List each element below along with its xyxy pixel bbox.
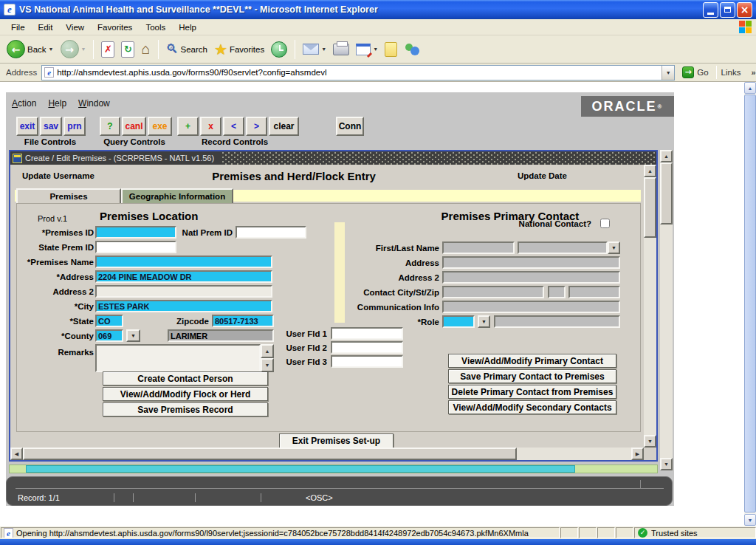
exit-premises-setup-button[interactable]: Exit Premises Set-up (279, 433, 394, 448)
create-contact-person-button[interactable]: Create Contact Person (103, 371, 268, 385)
exit-button[interactable]: exit (16, 117, 38, 136)
state-prem-id-field[interactable] (95, 241, 176, 253)
first-name-field[interactable] (442, 241, 515, 254)
scroll-up-icon[interactable]: ▲ (744, 82, 756, 94)
natl-prem-id-field[interactable] (236, 226, 306, 239)
premises-id-field[interactable] (95, 226, 176, 239)
back-dropdown-icon[interactable]: ▼ (49, 47, 54, 52)
scrollbar-thumb[interactable] (23, 448, 517, 460)
links-chevron-icon[interactable]: » (751, 68, 755, 77)
refresh-button[interactable]: ↻ (119, 40, 137, 59)
menu-favorites[interactable]: Favorites (91, 21, 139, 33)
scroll-down-icon[interactable]: ▼ (660, 458, 673, 470)
close-button[interactable]: × (737, 2, 752, 18)
view-add-modify-flock-button[interactable]: View/Add/Modify Flock or Herd (103, 387, 268, 401)
links-label[interactable]: Links (721, 68, 741, 77)
address-field[interactable] (95, 270, 272, 283)
county-dropdown-button[interactable]: ▼ (126, 329, 140, 342)
save-primary-contact-button[interactable]: Save Primary Contact to Premises (448, 369, 616, 383)
last-name-field[interactable] (518, 241, 608, 254)
cancel-query-button[interactable]: canl (122, 117, 146, 136)
user-fld-1-field[interactable] (331, 327, 403, 340)
scroll-up-icon[interactable]: ▲ (660, 150, 673, 162)
scrollbar-thumb[interactable] (26, 465, 575, 473)
contact-address2-field[interactable] (442, 271, 620, 284)
print-button[interactable] (331, 42, 351, 57)
scroll-down-icon[interactable]: ▼ (261, 358, 274, 372)
scroll-down-icon[interactable]: ▼ (644, 435, 656, 448)
zipcode-field[interactable] (212, 315, 274, 327)
communication-info-field[interactable] (442, 301, 620, 313)
clear-button[interactable]: clear (269, 117, 299, 136)
conn-button[interactable]: Conn (336, 117, 364, 136)
tab-geographic-information[interactable]: Geographic Information (121, 188, 233, 203)
form-vertical-scrollbar[interactable]: ▲ ▼ (644, 165, 656, 448)
applet-horizontal-scrollbar[interactable] (9, 465, 658, 473)
form-horizontal-scrollbar[interactable]: ◀ ▶ (10, 448, 644, 460)
previous-record-button[interactable]: < (223, 117, 244, 136)
address-input[interactable]: e http://ahsmdevtest.aphis.usda.gov/form… (41, 65, 675, 80)
national-contact-checkbox[interactable] (600, 219, 610, 228)
discuss-button[interactable] (382, 41, 399, 58)
go-button[interactable]: → Go (679, 66, 711, 79)
tab-premises[interactable]: Premises (16, 188, 121, 203)
save-button[interactable]: sav (40, 117, 62, 136)
remarks-textarea[interactable] (95, 344, 261, 372)
county-field[interactable] (95, 329, 123, 342)
premises-name-field[interactable] (95, 256, 272, 268)
query-button[interactable]: ? (100, 117, 120, 136)
save-premises-record-button[interactable]: Save Premises Record (103, 402, 268, 417)
remarks-scrollbar[interactable]: ▲ ▼ (261, 344, 274, 372)
search-button[interactable]: 🔍︎ Search (164, 41, 210, 58)
favorites-button[interactable]: ★ Favorites (212, 41, 267, 58)
menu-file[interactable]: File (4, 21, 32, 33)
messenger-button[interactable] (402, 40, 424, 59)
address-url[interactable]: http://ahsmdevtest.aphis.usda.gov/forms9… (57, 68, 662, 77)
user-fld-2-field[interactable] (331, 341, 403, 354)
scroll-down-icon[interactable]: ▼ (744, 514, 756, 526)
print-record-button[interactable]: prn (63, 117, 86, 136)
contact-zip-field[interactable] (568, 286, 620, 298)
user-fld-3-field[interactable] (331, 355, 403, 368)
menu-edit[interactable]: Edit (32, 21, 60, 33)
contact-address-field[interactable] (442, 256, 620, 269)
state-field[interactable] (95, 315, 123, 327)
role-dropdown-button[interactable]: ▼ (478, 315, 490, 328)
minimize-button[interactable] (703, 2, 718, 18)
next-record-button[interactable]: > (246, 117, 267, 136)
address2-field[interactable] (95, 285, 272, 298)
scroll-left-icon[interactable]: ◀ (10, 448, 23, 460)
add-record-button[interactable]: + (177, 117, 199, 136)
back-button[interactable]: ← Back ▼ (4, 38, 56, 60)
home-button[interactable]: ⌂ (139, 39, 152, 59)
scrollbar-thumb[interactable] (744, 95, 756, 513)
stop-button[interactable]: ✗ (99, 40, 117, 59)
delete-record-button[interactable]: x (200, 117, 221, 136)
contact-state-field[interactable] (548, 286, 566, 298)
forms-menu-action[interactable]: Action (12, 98, 36, 109)
restore-button[interactable] (720, 2, 735, 18)
scroll-up-icon[interactable]: ▲ (261, 344, 274, 358)
contact-city-field[interactable] (442, 286, 544, 298)
delete-primary-contact-button[interactable]: Delete Primary Contact from Premises (448, 385, 616, 399)
role-description-field[interactable] (494, 315, 620, 328)
city-field[interactable] (95, 300, 272, 312)
name-dropdown-button[interactable]: ▼ (608, 241, 620, 254)
scrollbar-thumb[interactable] (644, 177, 656, 238)
forms-menu-window[interactable]: Window (78, 98, 110, 109)
address-dropdown-icon[interactable]: ▼ (662, 66, 674, 80)
browser-vertical-scrollbar[interactable]: ▲ ▼ (744, 82, 756, 526)
forms-menu-help[interactable]: Help (48, 98, 66, 109)
scroll-up-icon[interactable]: ▲ (644, 165, 656, 177)
view-add-modify-secondary-contacts-button[interactable]: View/Add/Modify Secondary Contacts (448, 400, 616, 414)
view-add-modify-primary-contact-button[interactable]: View/Add/Modify Primary Contact (448, 354, 616, 368)
scroll-right-icon[interactable]: ▶ (631, 448, 644, 460)
edit-button[interactable]: ▼ (354, 42, 380, 57)
scrollbar-thumb[interactable] (660, 162, 673, 224)
execute-query-button[interactable]: exe (148, 117, 172, 136)
role-field[interactable] (442, 315, 475, 328)
applet-vertical-scrollbar[interactable]: ▲ ▼ (660, 150, 673, 470)
history-button[interactable] (269, 40, 289, 59)
menu-help[interactable]: Help (172, 21, 203, 33)
menu-tools[interactable]: Tools (139, 21, 172, 33)
